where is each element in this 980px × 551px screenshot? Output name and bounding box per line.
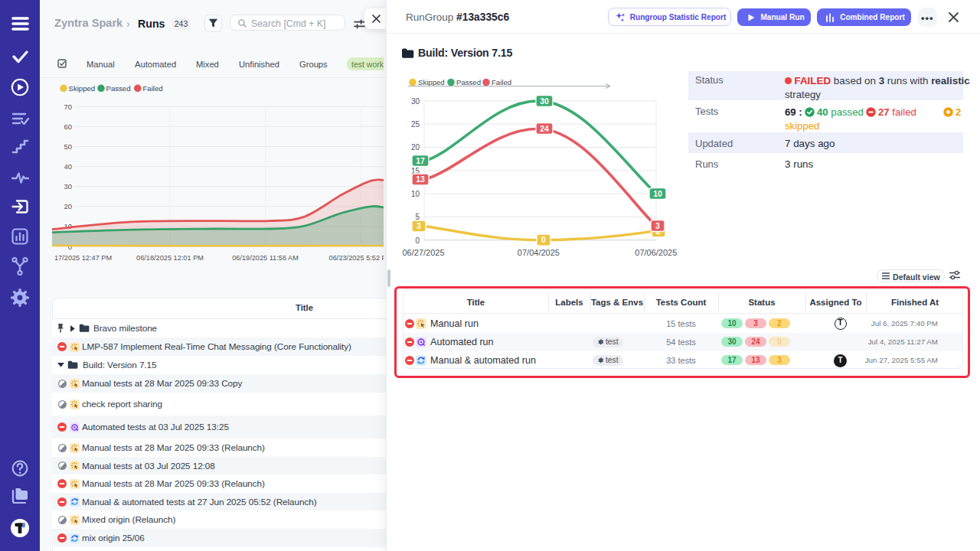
svg-text:20: 20: [411, 143, 420, 152]
svg-text:13: 13: [416, 174, 425, 184]
svg-text:Passed: Passed: [456, 78, 481, 86]
svg-text:40: 40: [64, 162, 72, 171]
svg-text:70: 70: [64, 103, 72, 111]
svg-text:30: 30: [540, 96, 549, 106]
svg-text:10: 10: [653, 189, 662, 198]
svg-text:06/19/2025 11:56 AM: 06/19/2025 11:56 AM: [232, 254, 299, 262]
svg-text:60: 60: [64, 122, 72, 131]
svg-text:17/2025 12:47 PM: 17/2025 12:47 PM: [54, 254, 112, 262]
svg-text:10: 10: [411, 190, 420, 198]
svg-text:Skipped: Skipped: [418, 78, 445, 86]
svg-text:Failed: Failed: [143, 84, 163, 93]
svg-text:06/18/2025 12:01 PM: 06/18/2025 12:01 PM: [136, 254, 204, 262]
svg-text:30: 30: [411, 97, 420, 106]
svg-text:0: 0: [415, 236, 420, 245]
svg-text:30: 30: [64, 182, 72, 191]
svg-text:20: 20: [64, 202, 72, 210]
svg-text:3: 3: [655, 221, 660, 230]
svg-text:06/27/2025: 06/27/2025: [402, 248, 444, 257]
svg-text:50: 50: [64, 142, 72, 151]
svg-text:07/06/2025: 07/06/2025: [635, 248, 677, 257]
svg-text:17: 17: [416, 156, 425, 165]
svg-text:06/23/2025 5:52 PM: 06/23/2025 5:52 PM: [329, 254, 384, 262]
svg-text:3: 3: [416, 221, 421, 230]
svg-text:Passed: Passed: [106, 84, 131, 93]
svg-text:0: 0: [541, 235, 546, 244]
svg-text:25: 25: [411, 120, 420, 129]
svg-text:Failed: Failed: [492, 78, 511, 86]
svg-text:07/04/2025: 07/04/2025: [518, 248, 560, 257]
svg-text:Skipped: Skipped: [69, 84, 96, 93]
svg-text:24: 24: [540, 124, 549, 133]
